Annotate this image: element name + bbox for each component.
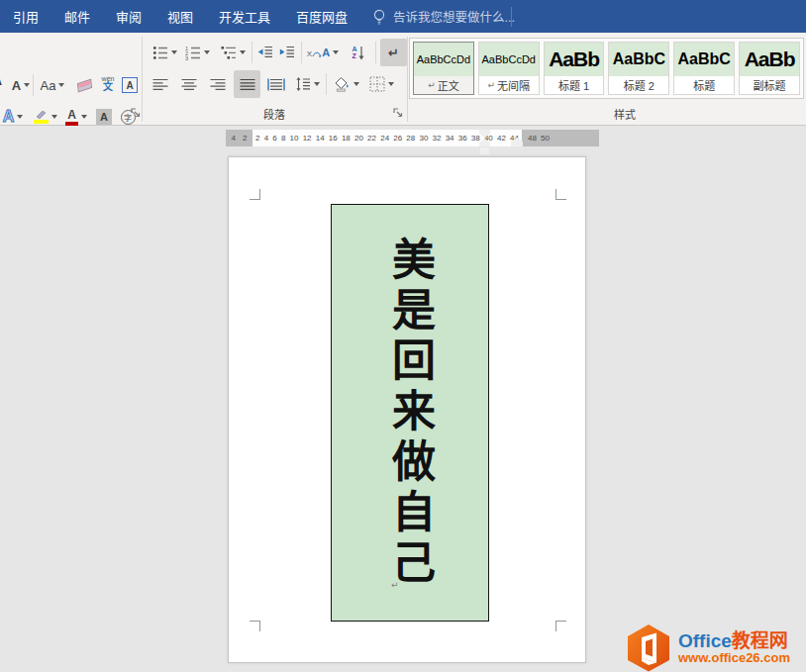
borders-button[interactable] (366, 71, 396, 97)
chevron-down-icon (17, 115, 23, 119)
horizontal-ruler[interactable]: 4 2 2 4 6 8 10 12 14 16 18 20 22 24 26 2… (226, 130, 599, 146)
character-border-button[interactable]: A (120, 72, 140, 98)
menu-tab-review[interactable]: 审阅 (103, 0, 154, 33)
menu-tab-view[interactable]: 视图 (154, 0, 206, 33)
chevron-down-icon (58, 83, 64, 87)
grow-font-icon: A (0, 72, 2, 88)
font-color-icon: A (65, 109, 78, 126)
menu-tab-baidu-netdisk[interactable]: 百度网盘 (283, 0, 360, 33)
paragraph-mark-icon: ↵ (388, 46, 399, 60)
sort-button[interactable]: A Z (347, 40, 370, 65)
shaded-text-block[interactable]: 美是回来做自己 ↵ (331, 204, 489, 622)
style-card-heading1[interactable]: AaBb 标题 1 (544, 42, 605, 95)
ruler-right-margin: 48 50 (522, 130, 599, 146)
paragraph-end-mark: ↵ (391, 580, 399, 590)
line-spacing-button[interactable] (292, 71, 322, 97)
style-label: 标题 2 (624, 77, 655, 93)
show-hide-marks-button[interactable]: ↵ (380, 39, 407, 66)
chevron-down-icon (204, 50, 210, 54)
align-right-button[interactable] (207, 71, 229, 97)
tell-me-text: 告诉我您想要做什么... (393, 7, 515, 26)
style-preview: AaBbC (609, 43, 668, 76)
bullet-list-icon (152, 46, 168, 60)
divider (375, 42, 376, 63)
decrease-indent-button[interactable] (254, 40, 275, 65)
styles-group: AaBbCcDd ↵正文 AaBbCcDd ↵无间隔 AaBb 标题 1 AaB… (407, 33, 806, 126)
style-card-heading2[interactable]: AaBbC 标题 2 (608, 42, 669, 95)
shrink-font-button[interactable]: A (10, 72, 32, 98)
asian-layout-icon: X A (307, 48, 330, 58)
ruler-left-numbers: 4 2 (231, 134, 247, 143)
clear-formatting-button[interactable] (73, 72, 95, 98)
increase-indent-button[interactable] (276, 40, 297, 65)
style-card-normal[interactable]: AaBbCcDd ↵正文 (413, 42, 474, 95)
styles-group-label: 样式 (526, 106, 724, 122)
text-effects-icon: A (3, 108, 15, 126)
phonetic-guide-button[interactable]: wén 文 (97, 70, 119, 96)
brand-name-en: Office (678, 630, 732, 651)
distribute-icon (267, 78, 285, 91)
left-indent-marker[interactable] (480, 147, 489, 154)
dialog-launcher-icon (393, 108, 404, 119)
change-case-button[interactable]: Aa (38, 72, 67, 98)
return-mark-icon: ↵ (428, 80, 436, 90)
style-card-no-spacing[interactable]: AaBbCcDd ↵无间隔 (478, 42, 540, 95)
divider (301, 42, 302, 63)
eraser-icon (76, 78, 91, 92)
menubar-separator (511, 7, 512, 27)
asian-layout-button[interactable]: X A (306, 40, 340, 65)
align-left-button[interactable] (150, 71, 171, 97)
brand-url: www.office26.com (678, 651, 790, 665)
ruler-left-margin: 4 2 (226, 130, 252, 146)
ruler-right-numbers: 48 50 (528, 134, 550, 143)
chevron-down-icon (171, 50, 177, 54)
change-case-icon: Aa (41, 78, 56, 93)
divider (252, 42, 252, 63)
style-preview: AaBbCcDd (414, 43, 473, 76)
ribbon: A A Aa wén 文 A A (0, 33, 806, 126)
shading-button[interactable] (332, 71, 361, 97)
style-label: 副标题 (754, 77, 786, 93)
bullets-button[interactable] (150, 40, 179, 65)
align-left-icon (152, 78, 168, 91)
chevron-down-icon (388, 82, 394, 86)
grow-font-button[interactable]: A (0, 72, 8, 98)
menu-tab-references[interactable]: 引用 (0, 0, 51, 33)
menu-bar: 引用 邮件 审阅 视图 开发工具 百度网盘 告诉我您想要做什么... (0, 0, 806, 33)
align-center-icon (181, 78, 197, 91)
align-center-button[interactable] (178, 71, 200, 97)
numbered-list-icon: 1 2 3 (185, 46, 201, 60)
justify-button[interactable] (234, 70, 260, 98)
decrease-indent-icon (257, 46, 273, 59)
phonetic-guide-icon: wén 文 (102, 75, 115, 92)
paragraph-dialog-launcher[interactable] (393, 108, 405, 120)
tell-me-box[interactable]: 告诉我您想要做什么... (372, 7, 515, 26)
highlight-yellow-bar (34, 120, 49, 124)
margin-crop-mark (555, 189, 566, 200)
margin-crop-mark (250, 189, 260, 200)
document-page[interactable]: 美是回来做自己 ↵ (228, 156, 586, 663)
numbering-button[interactable]: 1 2 3 (182, 40, 212, 65)
character-shading-icon: A (96, 109, 112, 125)
divider (33, 74, 34, 96)
menu-tab-mailings[interactable]: 邮件 (51, 0, 103, 33)
chevron-down-icon (314, 82, 320, 86)
brand-name-cn: 教程网 (732, 630, 788, 651)
style-label: 标题 1 (558, 77, 589, 93)
line-spacing-icon (295, 77, 311, 91)
chevron-down-icon (51, 115, 57, 119)
style-card-subtitle[interactable]: AaBb 副标题 (739, 42, 800, 95)
divider (326, 73, 327, 95)
style-preview: AaBb (545, 43, 604, 76)
styles-gallery: AaBbCcDd ↵正文 AaBbCcDd ↵无间隔 AaBb 标题 1 AaB… (409, 38, 804, 99)
distribute-button[interactable] (264, 71, 288, 97)
menu-tab-developer[interactable]: 开发工具 (206, 0, 283, 33)
style-label: 标题 (693, 77, 715, 93)
phonetic-char: 文 (103, 82, 113, 92)
style-card-title[interactable]: AaBbC 标题 (673, 42, 735, 95)
vertical-document-text[interactable]: 美是回来做自己 (378, 237, 442, 590)
multilevel-list-button[interactable] (217, 40, 249, 65)
asian-layout-a: A (322, 48, 330, 58)
style-label: 无间隔 (497, 77, 530, 93)
style-preview: AaBbC (674, 43, 734, 76)
